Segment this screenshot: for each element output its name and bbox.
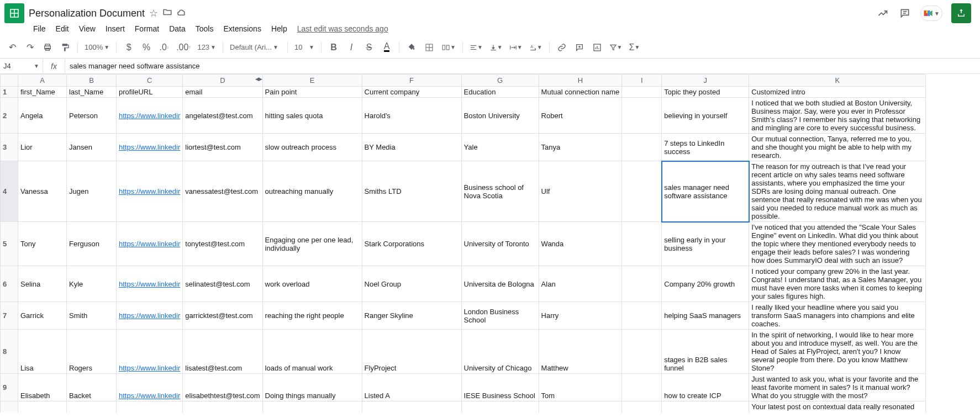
cell[interactable]: BY Media xyxy=(362,134,461,161)
column-header-K[interactable]: K xyxy=(749,75,926,87)
profile-url-link[interactable]: https://www.linkedir xyxy=(119,311,180,320)
cell[interactable] xyxy=(622,87,662,98)
undo-button[interactable]: ↶ xyxy=(4,40,20,55)
cell[interactable]: Our mutual connection, Tanya, referred m… xyxy=(749,134,926,161)
cell[interactable]: Topic they posted xyxy=(662,87,749,98)
cell[interactable]: helping SaaS managers xyxy=(662,302,749,330)
cell[interactable]: sales manager need software assistance xyxy=(662,161,749,222)
cell[interactable]: https://www.linkedir xyxy=(117,98,183,134)
menu-tools[interactable]: Tools xyxy=(191,22,218,35)
cell[interactable]: Stark Corporations xyxy=(362,222,461,266)
menu-file[interactable]: File xyxy=(29,22,50,35)
cell[interactable]: loads of manual work xyxy=(262,330,362,374)
cell[interactable]: Harold's xyxy=(362,98,461,134)
filter-button[interactable]: ▼ xyxy=(607,40,625,55)
cell[interactable]: Customized intro xyxy=(749,87,926,98)
format-percent-button[interactable]: % xyxy=(139,40,154,55)
cell[interactable] xyxy=(622,266,662,302)
cell[interactable]: Listed A xyxy=(362,374,461,401)
cell[interactable]: Doing things manually xyxy=(262,374,362,401)
cell[interactable]: first_Name xyxy=(18,87,67,98)
cell[interactable]: Alan xyxy=(539,266,622,302)
cell[interactable]: Budget.fy xyxy=(362,401,461,413)
cell[interactable]: eloisetest@test.com xyxy=(183,401,262,413)
cell[interactable]: hitting sales quota xyxy=(262,98,362,134)
cell[interactable]: The reason for my outreach is that I've … xyxy=(749,161,926,222)
cell[interactable]: In the spirit of networking, I would lik… xyxy=(749,330,926,374)
meet-icon[interactable]: ▼ xyxy=(920,6,942,21)
menu-insert[interactable]: Insert xyxy=(101,22,129,35)
cell[interactable]: Boston University xyxy=(461,98,539,134)
cell[interactable]: London Business School xyxy=(461,302,539,330)
cell[interactable]: FlyProject xyxy=(362,330,461,374)
profile-url-link[interactable]: https://www.linkedir xyxy=(119,364,180,372)
more-formats-button[interactable]: 123▼ xyxy=(195,41,218,54)
cloud-status-icon[interactable] xyxy=(177,7,187,20)
cell[interactable]: Eloise xyxy=(18,401,67,413)
format-currency-button[interactable]: $ xyxy=(121,40,136,55)
column-header-B[interactable]: B xyxy=(67,75,117,87)
merge-cells-button[interactable]: ▼ xyxy=(439,40,458,55)
redo-button[interactable]: ↷ xyxy=(22,40,38,55)
row-header[interactable]: 10 xyxy=(1,401,18,413)
column-header-D[interactable]: D◀ ▶ xyxy=(183,75,262,87)
row-header[interactable]: 9 xyxy=(1,374,18,401)
increase-decimal-button[interactable]: .00↑ xyxy=(174,40,193,55)
comment-history-icon[interactable] xyxy=(898,7,911,20)
menu-help[interactable]: Help xyxy=(267,22,292,35)
cell[interactable]: Matthew xyxy=(539,330,622,374)
cell[interactable] xyxy=(622,401,662,413)
cell[interactable]: Rose xyxy=(539,401,622,413)
cell[interactable]: Your latest post on contextual data real… xyxy=(749,401,926,413)
strikethrough-button[interactable]: S xyxy=(361,40,377,55)
decrease-decimal-button[interactable]: .0↓ xyxy=(156,40,172,55)
cell[interactable]: how to create ICP xyxy=(662,374,749,401)
text-color-button[interactable]: A xyxy=(379,40,394,55)
column-resize-icon[interactable]: ◀ ▶ xyxy=(255,76,261,82)
insert-link-button[interactable] xyxy=(554,40,570,55)
text-rotation-button[interactable]: A▼ xyxy=(527,40,545,55)
cell[interactable]: Ranger Skyline xyxy=(362,302,461,330)
menu-view[interactable]: View xyxy=(75,22,100,35)
cell[interactable]: tonytest@test.com xyxy=(183,222,262,266)
column-header-G[interactable]: G xyxy=(461,75,539,87)
horizontal-align-button[interactable]: ▼ xyxy=(467,40,485,55)
cell[interactable]: 7 steps to LinkedIn success xyxy=(662,134,749,161)
cell[interactable]: Kyle xyxy=(67,266,117,302)
cell[interactable]: Jansen xyxy=(67,134,117,161)
cell[interactable]: Company 20% growth xyxy=(662,266,749,302)
cell[interactable]: Reporting and Analytics xyxy=(262,401,362,413)
move-folder-icon[interactable] xyxy=(162,7,172,20)
cell[interactable] xyxy=(622,302,662,330)
cell[interactable]: https://www.linkedir xyxy=(117,401,183,413)
cell[interactable]: McGregor xyxy=(67,401,117,413)
cell[interactable]: outreaching manually xyxy=(262,161,362,222)
cell[interactable]: https://www.linkedir xyxy=(117,302,183,330)
column-header-J[interactable]: J xyxy=(662,75,749,87)
cell[interactable]: lisatest@test.com xyxy=(183,330,262,374)
cell[interactable]: Ulf xyxy=(539,161,622,222)
sheets-logo-icon[interactable] xyxy=(4,3,24,23)
vertical-align-button[interactable]: ▼ xyxy=(487,40,505,55)
cell[interactable]: Vanessa xyxy=(18,161,67,222)
text-wrap-button[interactable]: ▼ xyxy=(507,40,525,55)
profile-url-link[interactable]: https://www.linkedir xyxy=(119,187,180,195)
cell[interactable]: Elisabeth xyxy=(18,374,67,401)
profile-url-link[interactable]: https://www.linkedir xyxy=(119,280,180,288)
row-header[interactable]: 2 xyxy=(1,98,18,134)
cell[interactable]: Rotterdam School Of Management xyxy=(461,401,539,413)
cell[interactable]: https://www.linkedir xyxy=(117,374,183,401)
profile-url-link[interactable]: https://www.linkedir xyxy=(119,143,180,151)
font-size-select[interactable]: 10 ▼ xyxy=(292,41,317,54)
insert-comment-button[interactable] xyxy=(572,40,587,55)
cell[interactable]: Harry xyxy=(539,302,622,330)
cell[interactable]: Noel Group xyxy=(362,266,461,302)
cell[interactable]: liortest@test.com xyxy=(183,134,262,161)
menu-edit[interactable]: Edit xyxy=(51,22,73,35)
cell[interactable] xyxy=(622,98,662,134)
cell[interactable] xyxy=(622,134,662,161)
cell[interactable]: https://www.linkedir xyxy=(117,161,183,222)
cell[interactable]: I noticed that we both studied at Boston… xyxy=(749,98,926,134)
cell[interactable]: Wanda xyxy=(539,222,622,266)
profile-url-link[interactable]: https://www.linkedir xyxy=(119,391,180,400)
